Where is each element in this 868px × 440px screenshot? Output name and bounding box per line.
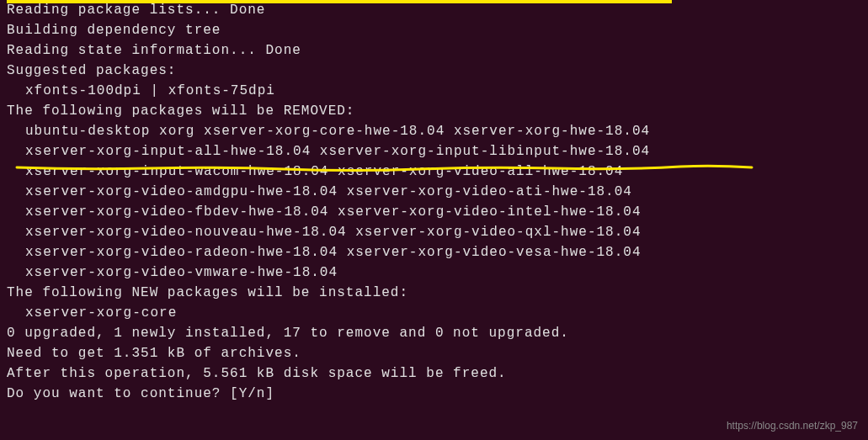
terminal-line: xserver-xorg-input-wacom-hwe-18.04 xserv… xyxy=(7,162,868,182)
terminal-line: xserver-xorg-video-radeon-hwe-18.04 xser… xyxy=(7,242,868,262)
terminal-line: xserver-xorg-core xyxy=(7,303,868,323)
terminal-line: 0 upgraded, 1 newly installed, 17 to rem… xyxy=(7,323,868,343)
highlight-bar-top xyxy=(7,0,672,3)
terminal-line: Building dependency tree xyxy=(7,20,868,40)
terminal-line: The following NEW packages will be insta… xyxy=(7,283,868,303)
terminal-line: xserver-xorg-video-amdgpu-hwe-18.04 xser… xyxy=(7,182,868,202)
terminal-line: xserver-xorg-video-vmware-hwe-18.04 xyxy=(7,262,868,283)
terminal-output: Reading package lists... DoneBuilding de… xyxy=(7,0,868,404)
terminal-line: Suggested packages: xyxy=(7,61,868,81)
watermark-link: https://blog.csdn.net/zkp_987 xyxy=(727,418,858,433)
terminal-line: After this operation, 5.561 kB disk spac… xyxy=(7,363,868,384)
terminal-line: Reading state information... Done xyxy=(7,40,868,61)
terminal-line: xserver-xorg-input-all-hwe-18.04 xserver… xyxy=(7,141,868,162)
terminal-line: xserver-xorg-video-fbdev-hwe-18.04 xserv… xyxy=(7,202,868,222)
terminal-line: xserver-xorg-video-nouveau-hwe-18.04 xse… xyxy=(7,222,868,242)
terminal-line: ubuntu-desktop xorg xserver-xorg-core-hw… xyxy=(7,121,868,141)
terminal-line: xfonts-100dpi | xfonts-75dpi xyxy=(7,81,868,101)
terminal-line: The following packages will be REMOVED: xyxy=(7,101,868,121)
terminal-line: Need to get 1.351 kB of archives. xyxy=(7,343,868,363)
terminal-line: Do you want to continue? [Y/n] xyxy=(7,384,868,404)
